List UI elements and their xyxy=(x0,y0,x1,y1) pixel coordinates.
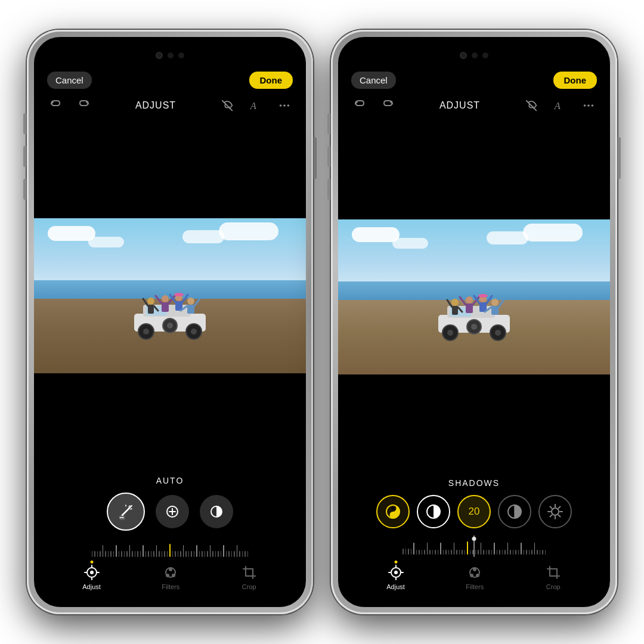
tick xyxy=(210,545,211,557)
crop-label-right: Crop xyxy=(546,583,561,590)
tick xyxy=(405,549,407,555)
tick xyxy=(137,551,138,557)
tick xyxy=(244,551,246,557)
sensor-dot-left xyxy=(168,52,174,58)
more-icon-right[interactable] xyxy=(579,96,598,115)
tick xyxy=(411,549,412,555)
tick xyxy=(534,543,535,555)
tick xyxy=(499,550,500,555)
tick-center-right xyxy=(467,541,468,555)
tick xyxy=(504,550,506,555)
svg-point-26 xyxy=(187,298,194,305)
half-circle-button[interactable] xyxy=(200,495,233,528)
done-button-left[interactable]: Done xyxy=(249,72,293,89)
tick xyxy=(119,551,120,557)
tick xyxy=(531,550,532,555)
photo-area-left xyxy=(34,120,306,471)
cancel-button-right[interactable]: Cancel xyxy=(351,72,396,89)
svg-point-1 xyxy=(280,104,282,107)
adjust-label-right: Adjust xyxy=(386,583,405,590)
shadow-yin-yang-button[interactable] xyxy=(376,495,410,528)
tick xyxy=(448,550,450,555)
tick xyxy=(488,550,490,555)
svg-point-69 xyxy=(466,296,473,304)
svg-rect-27 xyxy=(187,305,194,314)
tick xyxy=(242,551,243,557)
svg-point-49 xyxy=(166,574,169,577)
cloud2-left xyxy=(219,222,278,240)
tick xyxy=(135,551,136,557)
svg-line-77 xyxy=(487,296,492,304)
tick xyxy=(121,551,122,557)
svg-rect-36 xyxy=(120,515,125,520)
tick xyxy=(113,551,114,557)
nav-adjust-left[interactable]: Adjust xyxy=(82,564,101,590)
tick xyxy=(172,551,174,557)
tick xyxy=(148,551,149,557)
tick xyxy=(515,550,516,555)
tick xyxy=(408,549,409,555)
svg-line-30 xyxy=(122,508,129,515)
tools-row-left xyxy=(34,488,306,535)
tick xyxy=(180,551,181,557)
tick xyxy=(413,543,414,555)
tick xyxy=(191,551,192,557)
cloud1-left xyxy=(48,226,95,241)
nav-adjust-right[interactable]: Adjust xyxy=(386,564,405,590)
tick xyxy=(445,550,447,555)
tick xyxy=(105,551,106,557)
dynamic-island-right xyxy=(435,45,513,66)
svg-point-105 xyxy=(470,574,473,577)
add-tool-button[interactable] xyxy=(156,495,189,528)
auto-icon-right[interactable]: A xyxy=(550,96,569,115)
visibility-icon-left[interactable] xyxy=(218,96,237,115)
filters-label-right: Filters xyxy=(466,583,484,590)
phone-screen-left: Cancel Done ADJUST xyxy=(34,37,306,607)
shadow-half-button[interactable] xyxy=(417,495,450,528)
more-icon-left[interactable] xyxy=(275,96,294,115)
svg-rect-79 xyxy=(491,306,499,315)
contrast-button[interactable] xyxy=(498,495,531,528)
nav-crop-right[interactable]: Crop xyxy=(545,564,562,590)
cancel-button-left[interactable]: Cancel xyxy=(47,72,92,89)
undo-icon-right[interactable] xyxy=(350,96,369,115)
auto-icon-left[interactable]: A xyxy=(246,96,265,115)
svg-point-48 xyxy=(169,568,172,571)
auto-wand-button[interactable] xyxy=(107,493,145,531)
nav-crop-left[interactable]: Crop xyxy=(241,564,258,590)
ruler-right xyxy=(338,533,610,559)
svg-point-83 xyxy=(392,507,394,510)
tick xyxy=(221,551,222,557)
svg-line-33 xyxy=(129,506,130,507)
tick xyxy=(424,550,425,555)
adjust-label-left: Adjust xyxy=(82,583,101,590)
redo-icon-left[interactable] xyxy=(75,96,94,115)
visibility-icon-right[interactable] xyxy=(522,96,541,115)
svg-point-60 xyxy=(471,324,477,330)
undo-icon-left[interactable] xyxy=(46,96,65,115)
nav-filters-left[interactable]: Filters xyxy=(162,564,179,590)
bottom-nav-right: Adjust Filters xyxy=(338,559,610,607)
redo-icon-right[interactable] xyxy=(379,96,398,115)
brightness-button[interactable] xyxy=(538,495,572,528)
cloud3-right xyxy=(392,238,428,249)
tick xyxy=(526,550,527,555)
svg-point-53 xyxy=(584,104,586,107)
tick-center xyxy=(169,544,171,557)
tick xyxy=(435,550,436,555)
toolbar-title-left: ADJUST xyxy=(103,100,208,111)
ruler-left xyxy=(34,535,306,559)
nav-filters-right[interactable]: Filters xyxy=(466,564,484,590)
tick xyxy=(481,543,482,555)
tick xyxy=(542,550,543,555)
crop-icon-right xyxy=(545,564,562,581)
tick xyxy=(97,551,98,557)
tick xyxy=(159,551,160,557)
svg-rect-70 xyxy=(466,304,473,313)
tick xyxy=(497,550,498,555)
done-button-right[interactable]: Done xyxy=(553,72,597,89)
svg-text:A: A xyxy=(554,100,561,112)
tick xyxy=(212,551,213,557)
tick xyxy=(478,550,479,555)
photo-image-right xyxy=(338,219,610,374)
